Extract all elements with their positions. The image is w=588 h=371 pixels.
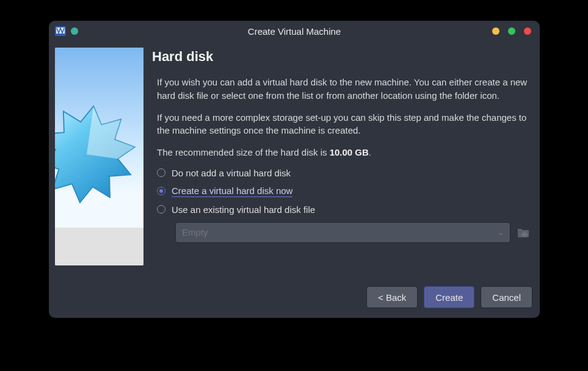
radio-indicator (157, 205, 165, 214)
chevron-down-icon: ⌄ (498, 228, 504, 237)
description-3: The recommended size of the hard disk is… (152, 146, 530, 159)
titlebar-leading-dot (71, 27, 78, 35)
radio-no-disk[interactable]: Do not add a virtual hard disk (157, 168, 530, 178)
rec-size-prefix: The recommended size of the hard disk is (157, 147, 330, 157)
minimize-button[interactable] (492, 27, 499, 35)
radio-existing-disk[interactable]: Use an existing virtual hard disk file (157, 204, 530, 215)
browse-disk-button[interactable] (517, 226, 530, 239)
create-vm-window: Create Virtual Machine (49, 21, 540, 318)
radio-indicator (157, 168, 165, 177)
rec-size-suffix: . (369, 147, 371, 157)
combo-value: Empty (182, 227, 208, 237)
radio-indicator (157, 187, 165, 195)
create-button[interactable]: Create (424, 286, 474, 308)
existing-disk-combo[interactable]: Empty ⌄ (175, 222, 510, 243)
radio-label: Use an existing virtual hard disk file (172, 204, 315, 215)
close-button[interactable] (524, 27, 531, 35)
cancel-button[interactable]: Cancel (481, 286, 532, 308)
svg-rect-3 (55, 228, 143, 265)
titlebar[interactable]: Create Virtual Machine (49, 21, 540, 41)
maximize-button[interactable] (508, 27, 515, 35)
virtualbox-icon (55, 26, 66, 36)
back-button[interactable]: < Back (366, 286, 418, 308)
radio-label: Do not add a virtual hard disk (172, 168, 291, 178)
wizard-content: Hard disk If you wish you can add a virt… (152, 48, 534, 278)
window-title: Create Virtual Machine (49, 26, 540, 37)
recommended-size-value: 10.00 GB (330, 147, 369, 157)
description-1: If you wish you can add a virtual hard d… (152, 76, 530, 103)
radio-label: Create a virtual hard disk now (172, 186, 292, 197)
wizard-side-image (55, 48, 143, 265)
page-heading: Hard disk (152, 49, 530, 65)
description-2: If you need a more complex storage set-u… (152, 111, 530, 138)
radio-create-disk[interactable]: Create a virtual hard disk now (157, 186, 530, 197)
wizard-footer: < Back Create Cancel (49, 284, 540, 318)
